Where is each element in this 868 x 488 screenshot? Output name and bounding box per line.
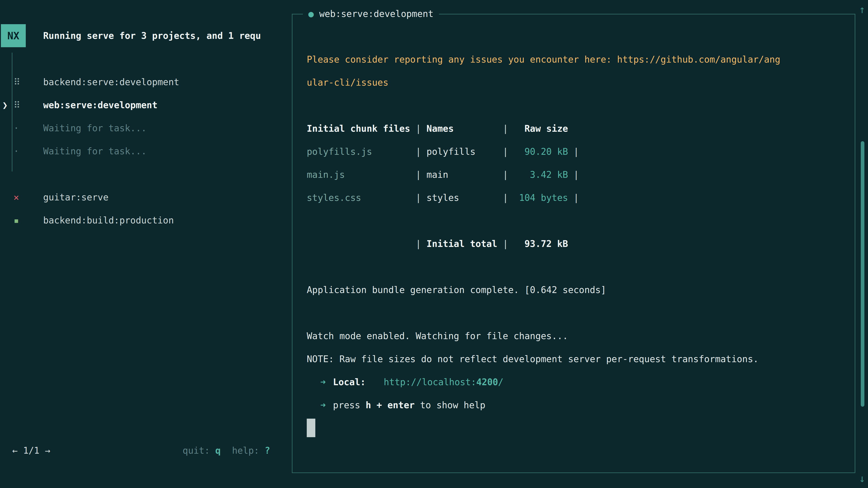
terminal-output: Please consider reporting any issues you… [307, 48, 846, 440]
pipe: | [503, 147, 508, 157]
key-enter: enter [388, 400, 414, 410]
quit-key: q [215, 445, 221, 456]
help-suffix: to show help [414, 400, 485, 410]
pipe: | [503, 238, 508, 249]
help-hint-line: ➜press h + enter to show help [307, 394, 846, 417]
cursor-line [307, 417, 846, 440]
table-header-row: Initial chunk files|Names|Raw size [307, 117, 846, 140]
plus-sign: + [371, 400, 388, 410]
quit-hint-label: quit: [183, 445, 215, 456]
task-web-serve-selected[interactable]: ❯ ⠿ web:serve:development [0, 94, 291, 117]
key-h: h [366, 400, 371, 410]
success-square-icon: ▪ [13, 209, 19, 232]
pending-dot-icon: · [13, 140, 19, 163]
run-summary-title: Running serve for 3 projects, and 1 requ [43, 24, 261, 47]
task-label: web:serve:development [43, 94, 158, 117]
chunk-file: styles.css [307, 186, 416, 209]
blank-line [307, 94, 846, 117]
chunk-size: 104 bytes [514, 186, 568, 209]
table-row: styles.css|styles|104 bytes| [307, 186, 846, 209]
local-server-line: ➜Local:http://localhost:4200/ [307, 370, 846, 394]
nx-tui-screen: NX Running serve for 3 projects, and 1 r… [0, 0, 868, 488]
task-backend-build[interactable]: ▪ backend:build:production [0, 209, 291, 232]
arrow-icon: ➜ [320, 377, 326, 387]
pipe: | [416, 193, 421, 203]
press-text: press [333, 400, 366, 410]
pending-dot-icon: · [13, 117, 19, 140]
arrow-icon: ➜ [320, 400, 326, 410]
url-port: 4200 [476, 377, 498, 387]
spinner-icon: ⠿ [13, 94, 20, 117]
col-header-raw-size: Raw size [514, 117, 568, 140]
pipe: | [416, 238, 421, 249]
table-row: polyfills.js|polyfills|90.20 kB| [307, 140, 846, 163]
terminal-cursor [307, 419, 315, 437]
nx-logo-badge: NX [1, 24, 26, 47]
running-status-dot-icon: ● [308, 8, 314, 19]
chunk-name: polyfills [421, 140, 503, 163]
initial-total-label: Initial total [421, 232, 503, 255]
chunk-size: 3.42 kB [514, 163, 568, 186]
help-hint-label: help: [232, 445, 265, 456]
chunk-name: main [421, 163, 503, 186]
col-header-names: Names [421, 117, 503, 140]
keyboard-hints: quit: qhelp: ? [0, 439, 270, 462]
task-label: backend:build:production [43, 209, 174, 232]
task-waiting-2[interactable]: · Waiting for task... [0, 140, 291, 163]
task-output-panel: ● web:serve:development Please consider … [292, 14, 855, 473]
scroll-down-arrow-icon[interactable]: ↓ [859, 472, 865, 485]
error-cross-icon: ✕ [13, 186, 19, 209]
bundle-complete-line: Application bundle generation complete. … [307, 278, 846, 301]
col-header-file: Initial chunk files [307, 117, 416, 140]
chunk-name: styles [421, 186, 503, 209]
selected-caret-icon: ❯ [2, 94, 8, 117]
pipe: | [503, 193, 508, 203]
task-label: backend:serve:development [43, 70, 179, 94]
task-backend-serve[interactable]: ⠿ backend:serve:development [0, 70, 291, 94]
chunk-file: polyfills.js [307, 140, 416, 163]
initial-total-size: 93.72 kB [514, 232, 568, 255]
spinner-icon: ⠿ [13, 70, 20, 94]
panel-title-text: web:serve:development [314, 8, 434, 19]
pipe: | [574, 193, 579, 203]
pipe: | [416, 169, 421, 180]
pipe: | [503, 123, 508, 134]
scrollbar-thumb[interactable] [861, 141, 864, 407]
local-label: Local: [333, 377, 366, 387]
chunk-file: main.js [307, 163, 416, 186]
task-label: Waiting for task... [43, 117, 147, 140]
task-label: guitar:serve [43, 186, 108, 209]
panel-title: ● web:serve:development [303, 2, 439, 25]
task-row-spacer [0, 163, 291, 186]
url-prefix: http://localhost: [384, 377, 476, 387]
pipe: | [416, 147, 421, 157]
pipe: | [503, 169, 508, 180]
pipe: | [574, 169, 579, 180]
help-key: ? [265, 445, 270, 456]
table-total-row: |Initial total|93.72 kB [307, 232, 846, 255]
chunk-size: 90.20 kB [514, 140, 568, 163]
watch-mode-line: Watch mode enabled. Watching for file ch… [307, 324, 846, 348]
pipe: | [416, 123, 421, 134]
issue-notice-line-2: ular-cli/issues [307, 71, 846, 94]
url-suffix: / [498, 377, 503, 387]
task-waiting-1[interactable]: · Waiting for task... [0, 117, 291, 140]
issue-notice-line-1: Please consider reporting any issues you… [307, 48, 846, 71]
blank-line [307, 301, 846, 324]
note-line: NOTE: Raw file sizes do not reflect deve… [307, 348, 846, 370]
scroll-up-arrow-icon[interactable]: ↑ [859, 3, 865, 16]
pipe: | [574, 147, 579, 157]
task-guitar-serve[interactable]: ✕ guitar:serve [0, 186, 291, 209]
task-label: Waiting for task... [43, 140, 147, 163]
blank-line [307, 255, 846, 278]
table-row: main.js|main|3.42 kB| [307, 163, 846, 186]
localhost-link[interactable]: http://localhost:4200/ [384, 377, 504, 387]
task-list: ⠿ backend:serve:development ❯ ⠿ web:serv… [0, 70, 291, 232]
blank-line [307, 209, 846, 232]
